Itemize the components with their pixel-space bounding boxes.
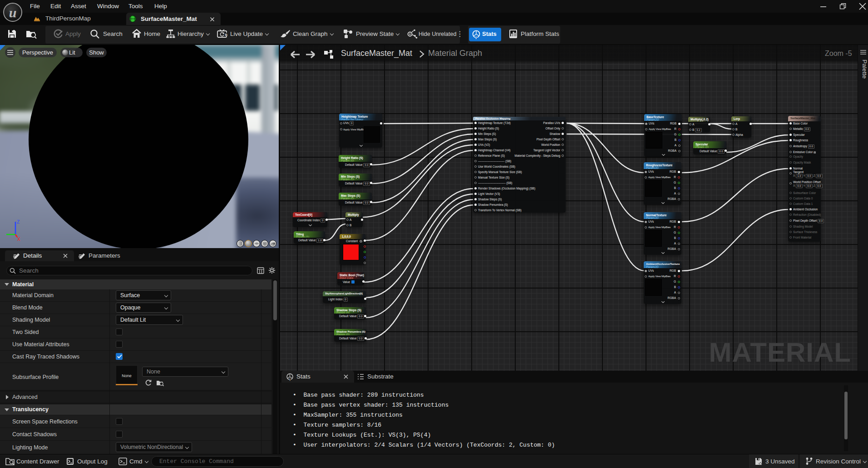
svg-text:B: B — [225, 33, 227, 37]
svg-text:i: i — [475, 35, 477, 39]
svg-text:i: i — [289, 377, 290, 381]
svg-text:Z: Z — [17, 219, 20, 224]
svg-text:X: X — [17, 237, 20, 241]
